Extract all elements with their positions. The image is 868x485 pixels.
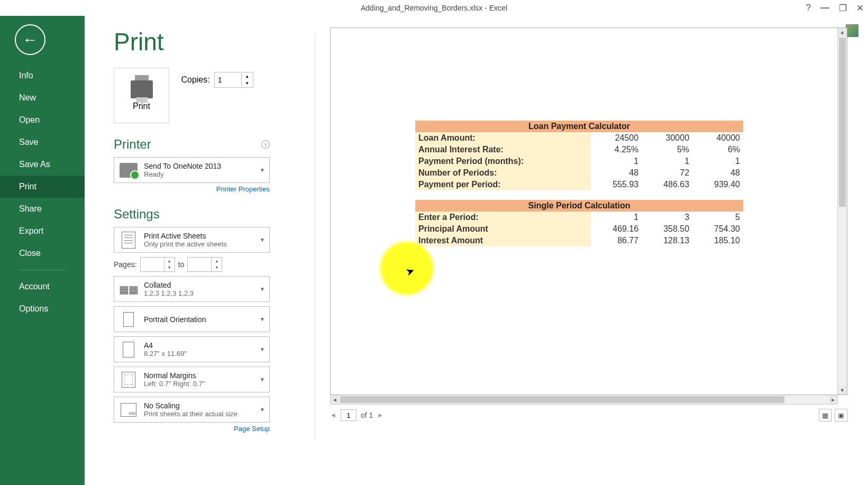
sidebar-item-close[interactable]: Close xyxy=(0,242,85,264)
document-title: Adding_and_Removing_Borders.xlsx - Excel xyxy=(361,4,507,12)
printer-status: Ready xyxy=(144,170,264,178)
pages-to-label: to xyxy=(178,260,185,269)
page-setup-link[interactable]: Page Setup xyxy=(114,425,270,433)
sidebar-item-share[interactable]: Share xyxy=(0,198,85,220)
page-of-label: of 1 xyxy=(361,411,373,419)
pages-to-spinner[interactable]: ▲▼ xyxy=(187,257,222,272)
page-navigator: ◄ of 1 ► xyxy=(330,409,383,421)
print-settings-panel: Print Print Copies: ▲ ▼ xyxy=(114,28,309,485)
chevron-down-icon: ▼ xyxy=(260,286,265,292)
settings-section-title: Settings xyxy=(114,207,270,222)
sidebar-item-save-as[interactable]: Save As xyxy=(0,153,85,176)
current-page-input[interactable] xyxy=(341,409,357,421)
sidebar-item-account[interactable]: Account xyxy=(0,276,85,298)
window-controls: ? — ❐ ✕ xyxy=(806,3,864,14)
chevron-down-icon: ▼ xyxy=(260,167,265,173)
printer-info-icon[interactable]: i xyxy=(261,140,270,149)
table2-title: Single Period Calculation xyxy=(415,200,743,212)
show-margins-icon[interactable]: ▦ xyxy=(819,409,832,422)
scroll-thumb[interactable] xyxy=(839,38,846,207)
sidebar-item-new[interactable]: New xyxy=(0,87,85,109)
printer-selector[interactable]: Send To OneNote 2013 Ready ▼ xyxy=(114,157,270,183)
pages-to-input[interactable] xyxy=(188,258,211,271)
backstage-sidebar: ← Info New Open Save Save As Print Share… xyxy=(0,16,85,485)
pages-from-spinner[interactable]: ▲▼ xyxy=(140,257,175,272)
zoom-to-page-icon[interactable]: ▣ xyxy=(835,409,847,422)
table1-title: Loan Payment Calculator xyxy=(415,121,743,132)
sidebar-item-info[interactable]: Info xyxy=(0,65,85,87)
pages-from-input[interactable] xyxy=(141,258,164,271)
help-icon[interactable]: ? xyxy=(806,3,811,13)
horizontal-scrollbar[interactable]: ◄ ► xyxy=(330,395,838,405)
down-icon[interactable]: ▼ xyxy=(165,264,175,270)
up-icon[interactable]: ▲ xyxy=(212,258,222,264)
scroll-down-icon[interactable]: ▼ xyxy=(838,386,847,395)
scroll-up-icon[interactable]: ▲ xyxy=(838,28,847,36)
back-button[interactable]: ← xyxy=(15,24,45,55)
print-preview-area: Loan Payment Calculator Loan Amount:2450… xyxy=(330,28,868,485)
chevron-down-icon: ▼ xyxy=(260,316,265,322)
sidebar-item-open[interactable]: Open xyxy=(0,109,85,131)
preview-page: Loan Payment Calculator Loan Amount:2450… xyxy=(331,28,837,395)
paper-icon xyxy=(123,342,134,358)
highlight-circle: ➤ xyxy=(378,240,435,297)
chevron-down-icon: ▼ xyxy=(260,377,265,382)
vertical-scrollbar[interactable]: ▲ ▼ xyxy=(837,28,847,395)
copies-down-icon[interactable]: ▼ xyxy=(242,80,253,87)
margins-selector[interactable]: Normal Margins Left: 0.7" Right: 0.7" ▼ xyxy=(114,367,270,392)
chevron-down-icon: ▼ xyxy=(260,346,265,352)
copies-up-icon[interactable]: ▲ xyxy=(242,73,253,80)
back-arrow-icon: ← xyxy=(22,31,38,49)
down-icon[interactable]: ▼ xyxy=(212,264,222,270)
print-button-label: Print xyxy=(133,102,150,111)
pages-label: Pages: xyxy=(114,260,137,269)
scaling-selector[interactable]: 100 No Scaling Print sheets at their act… xyxy=(114,397,270,423)
printer-name: Send To OneNote 2013 xyxy=(144,162,264,170)
panel-divider xyxy=(315,34,315,440)
print-what-selector[interactable]: Print Active Sheets Only print the activ… xyxy=(114,227,270,253)
cursor-icon: ➤ xyxy=(404,264,416,279)
printer-section-title: Printer i xyxy=(114,137,270,152)
prev-page-icon[interactable]: ◄ xyxy=(330,411,336,419)
next-page-icon[interactable]: ► xyxy=(377,411,383,419)
copies-input[interactable] xyxy=(215,76,241,84)
chevron-down-icon: ▼ xyxy=(260,407,265,413)
printer-icon xyxy=(131,80,153,98)
sheets-icon xyxy=(122,232,135,249)
chevron-down-icon: ▼ xyxy=(260,237,265,243)
copies-label: Copies: xyxy=(181,75,209,85)
preview-viewport: Loan Payment Calculator Loan Amount:2450… xyxy=(330,28,847,395)
pages-range: Pages: ▲▼ to ▲▼ xyxy=(114,257,309,272)
sidebar-item-save[interactable]: Save xyxy=(0,131,85,153)
scroll-left-icon[interactable]: ◄ xyxy=(331,395,339,404)
printer-properties-link[interactable]: Printer Properties xyxy=(114,185,270,193)
close-icon[interactable]: ✕ xyxy=(856,3,864,14)
minimize-icon[interactable]: — xyxy=(820,3,829,13)
printer-status-icon xyxy=(120,163,138,178)
orientation-selector[interactable]: Portrait Orientation ▼ xyxy=(114,306,270,332)
titlebar: Adding_and_Removing_Borders.xlsx - Excel… xyxy=(0,0,868,16)
sidebar-item-print[interactable]: Print xyxy=(0,176,85,198)
margins-icon xyxy=(122,372,135,388)
sidebar-item-options[interactable]: Options xyxy=(0,298,85,320)
sidebar-item-export[interactable]: Export xyxy=(0,220,85,242)
print-button[interactable]: Print xyxy=(114,68,169,123)
portrait-icon xyxy=(123,312,134,327)
up-icon[interactable]: ▲ xyxy=(165,258,175,264)
scroll-right-icon[interactable]: ► xyxy=(829,395,837,404)
sidebar-separator xyxy=(19,270,66,270)
collate-selector[interactable]: ▦▦ Collated 1,2,3 1,2,3 1,2,3 ▼ xyxy=(114,276,270,302)
scaling-icon: 100 xyxy=(121,403,136,417)
collate-icon: ▦▦ xyxy=(120,280,138,298)
paper-size-selector[interactable]: A4 8.27" x 11.69" ▼ xyxy=(114,336,270,362)
copies-spinner[interactable]: ▲ ▼ xyxy=(214,72,253,88)
restore-icon[interactable]: ❐ xyxy=(839,3,847,14)
preview-table: Loan Payment Calculator Loan Amount:2450… xyxy=(415,121,743,246)
page-title: Print xyxy=(114,28,309,56)
scroll-thumb[interactable] xyxy=(340,396,784,403)
